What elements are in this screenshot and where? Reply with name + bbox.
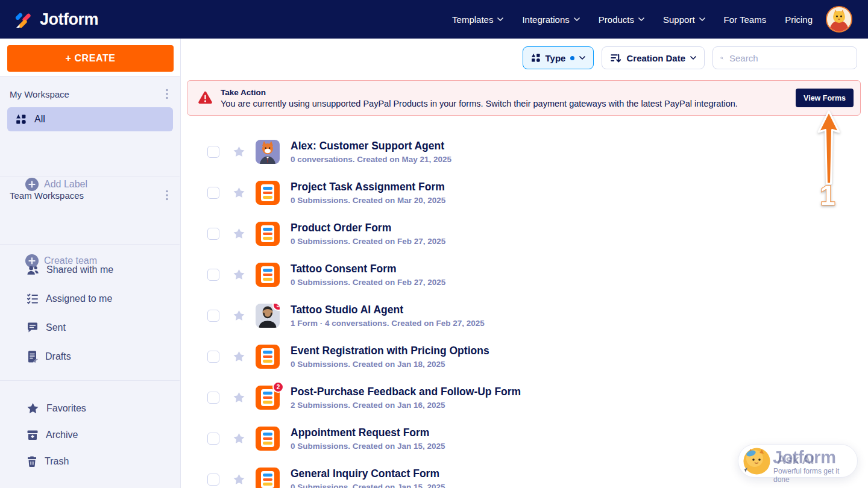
team-workspaces-menu-button[interactable] [166, 190, 168, 201]
checklist-icon [27, 293, 39, 305]
nav-item-products[interactable]: Products [599, 14, 644, 25]
sidebar-item-assigned-to-me[interactable]: Assigned to me [0, 284, 180, 313]
ask-ai-widget[interactable]: Jotform Ask AI Powerful forms get it don… [738, 444, 858, 478]
form-title[interactable]: Project Task Assignment Form [291, 181, 445, 193]
jotform-logo[interactable]: Jotform [13, 9, 98, 30]
sidebar-item-archive[interactable]: Archive [0, 422, 180, 448]
people-icon [27, 264, 39, 276]
main-content: Type Creation Date [181, 39, 868, 488]
create-button[interactable]: + CREATE [7, 45, 174, 72]
favorite-star-icon[interactable] [233, 310, 245, 322]
row-checkbox[interactable] [207, 392, 219, 404]
form-meta: 0 Submissions. Created on Feb 27, 2025 [291, 237, 445, 246]
sidebar-item-all[interactable]: All [7, 107, 173, 131]
ai-agent-fox-avatar[interactable] [256, 140, 280, 164]
active-filter-dot [570, 56, 574, 60]
navbar-menu: Templates Integrations Products Support … [452, 14, 813, 25]
chat-bubble-icon [27, 322, 39, 334]
form-title[interactable]: Alex: Customer Support Agent [291, 140, 451, 152]
form-title[interactable]: Product Order Form [291, 222, 445, 234]
form-icon[interactable] [256, 427, 280, 451]
form-icon[interactable] [256, 263, 280, 287]
type-filter-button[interactable]: Type [523, 46, 594, 69]
search-icon [720, 52, 723, 64]
form-title[interactable]: Tattoo Consent Form [291, 263, 445, 275]
form-title[interactable]: General Inquiry Contact Form [291, 468, 445, 480]
alert-title: Take Action [221, 88, 738, 97]
form-list-item[interactable]: Event Registration with Pricing Options … [181, 336, 868, 377]
star-icon [27, 402, 39, 414]
ai-agent-photo-avatar[interactable]: 3 [256, 304, 280, 328]
nav-item-integrations[interactable]: Integrations [522, 14, 579, 25]
form-icon[interactable]: 2 [256, 386, 280, 410]
favorite-star-icon[interactable] [233, 433, 245, 445]
type-filter-grid-icon [531, 53, 541, 63]
form-icon[interactable] [256, 345, 280, 369]
brand-name: Jotform [40, 10, 98, 29]
sidebar-item-trash[interactable]: Trash [0, 448, 180, 475]
archive-box-icon [27, 429, 39, 441]
form-title[interactable]: Event Registration with Pricing Options [291, 345, 489, 357]
kebab-icon [166, 190, 168, 201]
row-checkbox[interactable] [207, 433, 219, 445]
form-meta: 0 Submissions. Created on Jan 15, 2025 [291, 442, 445, 451]
form-title[interactable]: Tattoo Studio AI Agent [291, 304, 485, 316]
form-icon[interactable] [256, 181, 280, 205]
form-list-item[interactable]: Alex: Customer Support Agent 0 conversat… [181, 131, 868, 172]
chevron-down-icon [690, 56, 696, 60]
sidebar-item-drafts[interactable]: Drafts [0, 342, 180, 371]
draft-document-icon [27, 351, 38, 363]
form-title[interactable]: Post-Purchase Feedback and Follow-Up For… [291, 386, 521, 398]
row-checkbox[interactable] [207, 310, 219, 322]
row-checkbox[interactable] [207, 146, 219, 158]
nav-item-pricing[interactable]: Pricing [785, 14, 813, 25]
row-checkbox[interactable] [207, 351, 219, 363]
form-list-item[interactable]: Product Order Form 0 Submissions. Create… [181, 213, 868, 254]
top-navbar: Jotform Templates Integrations Products … [0, 0, 868, 39]
chevron-down-icon [574, 17, 580, 21]
alert-message: You are currently using unsupported PayP… [221, 99, 738, 108]
workspace-menu-button[interactable] [166, 89, 168, 99]
user-avatar[interactable] [826, 6, 852, 33]
form-list-item[interactable]: 3 Tattoo Studio AI Agent 1 Form · 4 conv… [181, 295, 868, 336]
search-input[interactable] [729, 53, 849, 63]
form-meta: 0 Submissions. Created on Mar 20, 2025 [291, 196, 445, 205]
form-icon[interactable] [256, 468, 280, 488]
list-toolbar: Type Creation Date [523, 46, 857, 69]
favorite-star-icon[interactable] [233, 392, 245, 404]
row-checkbox[interactable] [207, 269, 219, 281]
sidebar-item-favorites[interactable]: Favorites [0, 395, 180, 422]
chevron-down-icon [638, 17, 644, 21]
favorite-star-icon[interactable] [233, 187, 245, 199]
divider [0, 380, 180, 381]
form-meta: 0 conversations. Created on May 21, 2025 [291, 155, 451, 164]
sidebar-item-shared-with-me[interactable]: Shared with me [0, 255, 180, 284]
sidebar-item-sent[interactable]: Sent [0, 313, 180, 342]
team-workspaces-header: Team Workspaces [0, 188, 180, 202]
favorite-star-icon[interactable] [233, 269, 245, 281]
form-icon[interactable] [256, 222, 280, 246]
nav-item-templates[interactable]: Templates [452, 14, 503, 25]
chevron-down-icon [579, 56, 585, 60]
sort-icon [610, 52, 621, 64]
favorite-star-icon[interactable] [233, 228, 245, 240]
form-list-item[interactable]: Project Task Assignment Form 0 Submissio… [181, 172, 868, 213]
form-meta: 0 Submissions. Created on Jan 15, 2025 [291, 483, 445, 488]
view-forms-button[interactable]: View Forms [796, 89, 854, 107]
form-meta: 2 Submissions. Created on Jan 16, 2025 [291, 401, 521, 410]
form-list-item[interactable]: 2 Post-Purchase Feedback and Follow-Up F… [181, 377, 868, 418]
nav-item-support[interactable]: Support [663, 14, 705, 25]
favorite-star-icon[interactable] [233, 474, 245, 486]
row-checkbox[interactable] [207, 228, 219, 240]
row-checkbox[interactable] [207, 187, 219, 199]
form-list-item[interactable]: Tattoo Consent Form 0 Submissions. Creat… [181, 254, 868, 295]
favorite-star-icon[interactable] [233, 351, 245, 363]
nav-item-for-teams[interactable]: For Teams [724, 14, 767, 25]
chevron-down-icon [497, 17, 503, 21]
all-forms-grid-icon [16, 114, 27, 125]
sort-button[interactable]: Creation Date [602, 46, 705, 69]
paypal-warning-banner: Take Action You are currently using unsu… [187, 80, 861, 116]
row-checkbox[interactable] [207, 474, 219, 486]
form-title[interactable]: Appointment Request Form [291, 427, 445, 439]
favorite-star-icon[interactable] [233, 146, 245, 158]
